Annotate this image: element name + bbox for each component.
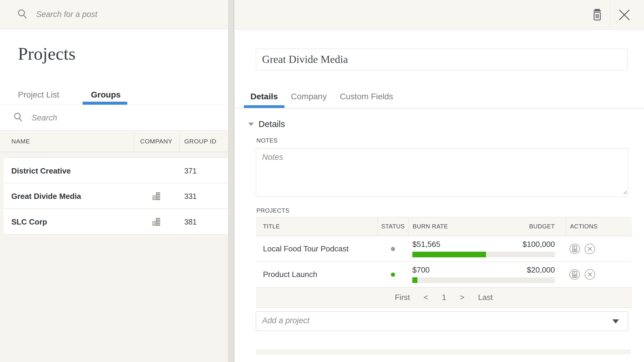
close-icon[interactable]	[617, 8, 631, 22]
burn-rate-value: $700	[412, 265, 430, 275]
group-detail-panel: Great Divide Media Details Company Custo…	[235, 0, 644, 362]
pagination-last[interactable]: Last	[478, 293, 493, 302]
column-header-status: STATUS	[377, 217, 408, 236]
groups-search-input[interactable]: Search	[32, 113, 57, 123]
header-divider	[610, 0, 610, 29]
search-icon	[13, 112, 23, 123]
project-row-local-food-tour-podcast[interactable]: Local Food Tour Podcast $51,565 $100,000	[256, 236, 632, 262]
tab-custom-fields[interactable]: Custom Fields	[333, 92, 400, 108]
tab-groups[interactable]: Groups	[91, 90, 121, 100]
detail-header-bar	[235, 0, 644, 30]
burn-progress-track	[412, 252, 555, 257]
svg-text:$: $	[574, 246, 575, 249]
burn-rate-value: $51,565	[412, 240, 440, 249]
group-id: 381	[184, 218, 197, 226]
notes-textarea[interactable]: Notes	[256, 148, 628, 197]
column-header-name: NAME	[11, 138, 30, 145]
project-row-product-launch[interactable]: Product Launch $700 $20,000	[256, 262, 632, 287]
pagination-prev[interactable]: <	[424, 293, 428, 302]
add-project-dropdown[interactable]: Add a project	[256, 311, 628, 331]
groups-table-rows: District Creative 371 Great Divide Media	[4, 158, 228, 235]
panel-scrollbar[interactable]	[228, 0, 234, 362]
column-header-burn-rate: BURN RATE	[413, 223, 448, 230]
notes-label: NOTES	[256, 137, 278, 144]
column-header-group-id: GROUP ID	[184, 138, 216, 145]
column-header-actions: ACTIONS	[566, 217, 632, 236]
burn-rate-cell: $51,565 $100,000	[408, 236, 566, 262]
budget-value: $100,000	[523, 240, 555, 249]
app-root: Search for a post Projects Project List …	[0, 0, 644, 362]
burn-rate-cell: $700 $20,000	[408, 262, 566, 287]
delete-button[interactable]	[590, 8, 604, 22]
tab-company[interactable]: Company	[284, 92, 333, 108]
resize-handle-icon[interactable]	[622, 190, 627, 196]
tab-project-list[interactable]: Project List	[18, 90, 59, 100]
project-budget-icon[interactable]: $	[569, 243, 580, 254]
column-header-budget: BUDGET	[529, 223, 555, 230]
groups-table-header: NAME COMPANY GROUP ID	[0, 130, 228, 152]
table-row-slc-corp[interactable]: SLC Corp 381	[4, 209, 228, 235]
post-search-bar[interactable]: Search for a post	[0, 0, 228, 29]
details-section-label: Details	[258, 119, 285, 129]
details-section-toggle[interactable]: Details	[248, 119, 285, 129]
post-search-input[interactable]: Search for a post	[36, 10, 97, 19]
pagination-current-page[interactable]: 1	[442, 293, 446, 302]
burn-progress-fill	[412, 252, 486, 257]
chevron-down-icon	[248, 123, 254, 126]
page-title: Projects	[18, 44, 75, 64]
projects-table-header: TITLE STATUS BURN RATE BUDGET ACTIONS	[256, 217, 632, 236]
projects-table: TITLE STATUS BURN RATE BUDGET ACTIONS Lo…	[256, 217, 632, 308]
tab-details[interactable]: Details	[244, 92, 284, 108]
project-title: Local Food Tour Podcast	[256, 236, 377, 262]
project-budget-icon[interactable]: $	[569, 269, 580, 280]
group-name: District Creative	[11, 166, 71, 176]
pagination-next[interactable]: >	[460, 293, 464, 302]
projects-pagination: First < 1 > Last	[256, 287, 632, 308]
next-section-strip	[256, 349, 631, 354]
burn-progress-fill	[412, 277, 417, 283]
remove-project-icon[interactable]	[584, 269, 595, 280]
svg-text:$: $	[574, 271, 575, 274]
column-header-company: COMPANY	[140, 138, 172, 145]
group-name-input[interactable]: Great Divide Media	[256, 49, 628, 70]
company-buildings-icon	[152, 217, 161, 228]
project-title: Product Launch	[256, 262, 377, 287]
pagination-first[interactable]: First	[395, 293, 410, 302]
group-id: 371	[184, 167, 197, 175]
table-row-great-divide-media[interactable]: Great Divide Media 331	[4, 183, 228, 209]
search-icon	[17, 9, 28, 21]
detail-tabs: Details Company Custom Fields	[244, 92, 400, 108]
status-dot	[391, 273, 395, 277]
groups-search-bar[interactable]: Search	[0, 105, 228, 130]
column-divider	[179, 131, 179, 152]
burn-progress-track	[412, 277, 555, 283]
company-buildings-icon	[152, 192, 161, 202]
group-name: Great Divide Media	[11, 192, 81, 201]
group-name: SLC Corp	[11, 217, 47, 227]
remove-project-icon[interactable]	[584, 243, 595, 254]
column-header-title: TITLE	[256, 223, 377, 230]
chevron-down-icon	[612, 319, 619, 324]
active-tab-underline	[83, 102, 127, 105]
projects-label: PROJECTS	[256, 207, 290, 214]
table-row-district-creative[interactable]: District Creative 371	[4, 158, 228, 183]
group-id: 331	[184, 192, 197, 201]
projects-list-panel: Search for a post Projects Project List …	[0, 0, 228, 362]
status-dot	[391, 247, 395, 251]
tabs-divider-line	[235, 108, 644, 109]
budget-value: $20,000	[527, 265, 555, 275]
column-divider	[134, 131, 134, 152]
